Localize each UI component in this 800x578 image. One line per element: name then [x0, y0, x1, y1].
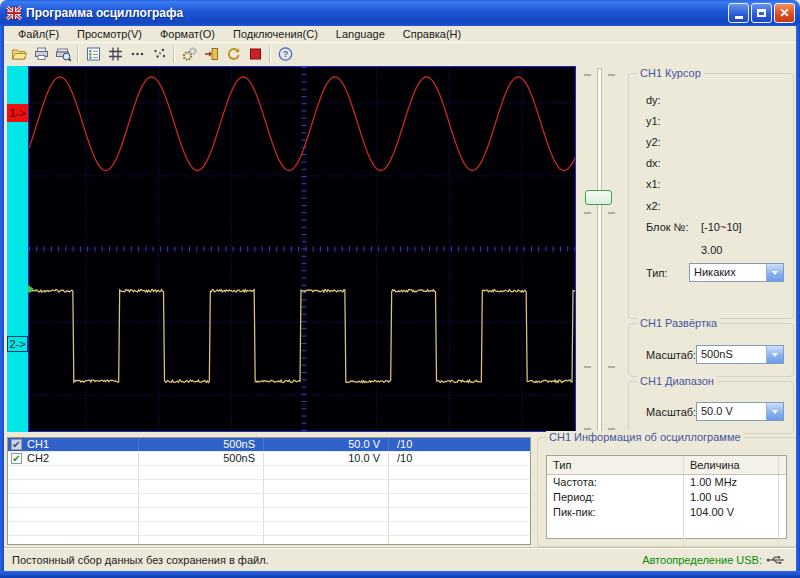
maximize-button[interactable] — [751, 3, 772, 23]
ch1-probe: /10 — [389, 438, 530, 451]
menu-bar: Файл(F) Просмотр(V) Формат(О) Подключени… — [4, 26, 796, 42]
window-border — [796, 26, 800, 578]
ch1-range-group: CH1 Диапазон Масштаб: 50.0 V — [628, 381, 794, 434]
menu-connections[interactable]: Подключения(C) — [225, 27, 326, 41]
menu-file[interactable]: Файл(F) — [10, 27, 67, 41]
sweep-scale-label: Масштаб: — [646, 349, 696, 361]
group-title: CH1 Диапазон — [637, 375, 717, 387]
waveform-svg — [29, 67, 575, 431]
ch2-position-marker[interactable]: 2-> — [7, 336, 28, 352]
ch2-name: CH2 — [27, 452, 49, 465]
ch1-name: CH1 — [27, 438, 49, 451]
info-row-peak: Пик-пик:104.00 V — [547, 505, 786, 520]
measure-dots-button[interactable] — [126, 44, 148, 64]
info-col-type: Тип — [547, 456, 684, 474]
menu-format[interactable]: Формат(О) — [152, 27, 223, 41]
cursor-type-label: Тип: — [646, 267, 667, 279]
svg-text:?: ? — [282, 49, 288, 59]
connect-icon — [203, 46, 220, 62]
dropdown-button[interactable] — [766, 403, 783, 420]
open-file-button[interactable] — [8, 44, 30, 64]
chevron-down-icon — [772, 271, 778, 275]
title-bar[interactable]: Программа осциллографа ✕ — [0, 0, 800, 26]
empty-row — [547, 520, 786, 535]
cursor-y1-label: y1: — [646, 115, 661, 127]
info-row-period: Период:1.00 uS — [547, 490, 786, 505]
range-scale-value: 50.0 V — [697, 403, 766, 420]
channel-list-button[interactable] — [82, 44, 104, 64]
slider-tick — [584, 428, 591, 430]
close-button[interactable]: ✕ — [774, 3, 795, 23]
ch1-sweep: 500nS — [139, 438, 264, 451]
empty-row — [8, 466, 530, 480]
empty-row — [8, 480, 530, 494]
ch2-probe: /10 — [389, 452, 530, 465]
cursor-dy-label: dy: — [646, 94, 661, 106]
empty-row — [8, 536, 530, 545]
ch2-trace-start-marker — [28, 285, 34, 293]
print-preview-button[interactable] — [52, 44, 74, 64]
cursor-type-dropdown[interactable]: Никаких — [689, 263, 784, 282]
block-range-value: [-10~10] — [701, 221, 742, 233]
empty-row — [8, 494, 530, 508]
ch1-range: 50.0 V — [264, 438, 389, 451]
refresh-icon — [225, 46, 242, 62]
ch2-sweep: 500nS — [139, 452, 264, 465]
dots-icon — [129, 46, 146, 62]
dropdown-button[interactable] — [766, 346, 783, 363]
toolbar-separator — [77, 45, 79, 63]
cursor-y2-label: y2: — [646, 136, 661, 148]
settings-button[interactable] — [178, 44, 200, 64]
usb-icon — [766, 554, 784, 566]
slider-tick — [608, 366, 615, 368]
table-row-ch2[interactable]: ✔ CH2 500nS 10.0 V /10 — [8, 452, 530, 466]
dropdown-button[interactable] — [766, 264, 783, 281]
vertical-slider-thumb[interactable] — [585, 190, 612, 205]
ch2-checkbox[interactable]: ✔ — [11, 453, 22, 464]
print-preview-icon — [55, 46, 72, 62]
cursor-x1-label: x1: — [646, 178, 661, 190]
slider-tick — [584, 366, 591, 368]
app-icon — [6, 5, 22, 21]
vertical-slider-track[interactable] — [597, 68, 602, 437]
ch2-range: 10.0 V — [264, 452, 389, 465]
toolbar: ? — [4, 42, 796, 65]
refresh-button[interactable] — [222, 44, 244, 64]
ch1-sweep-group: CH1 Развёртка Масштаб: 500nS — [628, 323, 794, 377]
menu-language[interactable]: Language — [328, 27, 393, 41]
slider-tick — [608, 428, 615, 430]
info-row-frequency: Частота:1.00 MHz — [547, 475, 786, 490]
connect-device-button[interactable] — [200, 44, 222, 64]
sweep-scale-dropdown[interactable]: 500nS — [696, 345, 784, 364]
minimize-button[interactable] — [728, 3, 749, 23]
ch1-cursor-group: CH1 Курсор dy: y1: y2: dx: x1: x2: Блок … — [628, 73, 794, 319]
ch1-checkbox[interactable]: ✔ — [11, 439, 22, 450]
app-window: Программа осциллографа ✕ Файл(F) Просмот… — [0, 0, 800, 578]
empty-row — [8, 522, 530, 536]
print-button[interactable] — [30, 44, 52, 64]
printer-icon — [33, 46, 50, 62]
slider-tick — [608, 74, 615, 76]
grid-button[interactable] — [104, 44, 126, 64]
range-scale-dropdown[interactable]: 50.0 V — [696, 402, 784, 421]
help-icon: ? — [277, 46, 294, 62]
sample-points-icon — [151, 46, 168, 62]
menu-help[interactable]: Справка(H) — [395, 27, 469, 41]
status-message: Постоянный сбор данных без сохранения в … — [4, 554, 269, 566]
grid-icon — [107, 46, 124, 62]
stop-icon — [247, 46, 264, 62]
stop-acquisition-button[interactable] — [244, 44, 266, 64]
usb-autodetect-label: Автоопределение USB: — [642, 554, 762, 566]
slider-tick — [584, 74, 591, 76]
oscilloscope-display — [28, 66, 576, 432]
help-button[interactable]: ? — [274, 44, 296, 64]
range-scale-label: Масштаб: — [646, 406, 696, 418]
window-border — [0, 26, 4, 578]
channels-table: ✔ CH1 500nS 50.0 V /10 ✔ CH2 500nS 10.0 … — [7, 437, 531, 545]
sample-points-button[interactable] — [148, 44, 170, 64]
window-title: Программа осциллографа — [26, 6, 183, 20]
table-row-ch1[interactable]: ✔ CH1 500nS 50.0 V /10 — [8, 438, 530, 452]
menu-view[interactable]: Просмотр(V) — [69, 27, 150, 41]
window-border — [0, 571, 800, 578]
ch1-position-marker[interactable]: 1-> — [7, 104, 28, 122]
